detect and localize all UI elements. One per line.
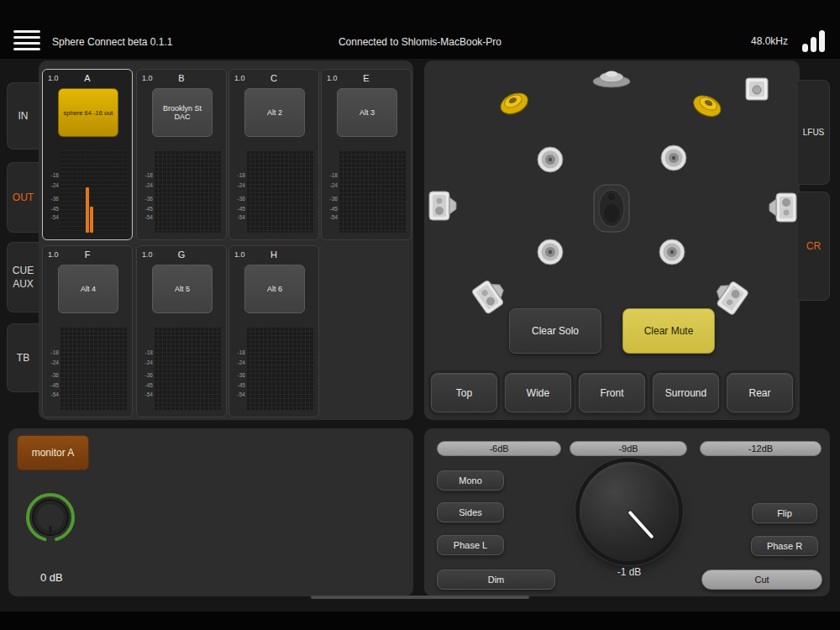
main-volume-readout: -1 dB xyxy=(580,566,679,578)
meter-scale-label: -18 xyxy=(238,349,245,354)
meter-channel-slot xyxy=(285,150,288,233)
side-left-speaker-icon[interactable] xyxy=(428,189,458,226)
output-card-f[interactable]: 1.0 F Alt 4 -18-24-36-45-54 xyxy=(42,245,133,417)
output-select-f[interactable]: Alt 4 xyxy=(58,265,118,313)
output-select-e[interactable]: Alt 3 xyxy=(337,88,397,137)
right-tab-cr[interactable]: CR xyxy=(798,192,830,301)
group-button-wide[interactable]: Wide xyxy=(505,373,571,412)
output-letter: G xyxy=(137,249,226,260)
audio-level-icon[interactable] xyxy=(800,29,827,52)
meter-channel-slot xyxy=(73,150,76,233)
output-meter-e: -18-24-36-45-54 xyxy=(327,150,406,233)
meter-level-fill xyxy=(86,187,89,233)
output-select-c[interactable]: Alt 2 xyxy=(244,88,305,137)
meter-scale-label: -24 xyxy=(145,182,153,188)
monitor-source-button[interactable]: monitor A xyxy=(17,435,89,470)
output-card-h[interactable]: 1.0 H Alt 6 -18-24-36-45-54 xyxy=(228,245,319,417)
meter-scale-label: -24 xyxy=(145,359,153,365)
output-select-g[interactable]: Alt 5 xyxy=(152,265,213,313)
output-meter-a: -18-24-36-45-54 xyxy=(48,150,127,233)
top-rear-left-speaker-icon[interactable] xyxy=(536,238,564,270)
top-front-left-speaker-icon[interactable] xyxy=(536,145,564,177)
dim-preset-6db[interactable]: -6dB xyxy=(437,441,561,456)
meter-channel-slot xyxy=(272,327,276,410)
cut-button[interactable]: Cut xyxy=(701,570,822,590)
meter-channel-slot xyxy=(86,327,89,410)
sidebar-tab-in[interactable]: IN xyxy=(7,82,39,150)
meter-scale-label: -18 xyxy=(238,172,245,178)
output-meter-b: -18-24-36-45-54 xyxy=(142,150,221,233)
meter-channel-slot xyxy=(60,150,64,233)
monitor-level-knob[interactable] xyxy=(22,489,79,546)
sidebar-tab-tb[interactable]: TB xyxy=(7,323,39,392)
phase-l-button[interactable]: Phase L xyxy=(437,535,504,555)
dim-preset-9db[interactable]: -9dB xyxy=(570,441,687,456)
output-card-c[interactable]: 1.0 C Alt 2 -18-24-36-45-54 xyxy=(228,69,319,240)
side-right-speaker-icon[interactable] xyxy=(768,187,798,224)
output-card-a[interactable]: 1.0 A sphere 64 -16 out -18-24-36-45-54 xyxy=(42,69,133,240)
meter-channel-slot xyxy=(201,150,204,233)
meter-channel-slot xyxy=(344,150,347,233)
group-button-front[interactable]: Front xyxy=(579,373,645,412)
top-rear-right-speaker-icon[interactable] xyxy=(658,238,686,270)
sides-button[interactable]: Sides xyxy=(437,502,504,522)
meter-channel-slot xyxy=(123,327,127,410)
meter-scale-label: -36 xyxy=(145,195,153,201)
wide-right-speaker-icon[interactable] xyxy=(683,85,730,129)
dim-preset-12db[interactable]: -12dB xyxy=(700,441,822,456)
flip-button[interactable]: Flip xyxy=(752,503,817,523)
sidebar-tab-out[interactable]: OUT xyxy=(7,162,39,233)
meter-channel-slot xyxy=(302,150,305,233)
meter-channel-slot xyxy=(94,150,97,233)
monitor-level-readout: 0 dB xyxy=(40,571,63,584)
meter-scale: -18-24-36-45-54 xyxy=(142,150,154,233)
clear-solo-button[interactable]: Clear Solo xyxy=(509,308,601,354)
clear-mute-button[interactable]: Clear Mute xyxy=(622,308,715,354)
right-tab-lfus[interactable]: LFUS xyxy=(798,80,830,185)
bottom-scroll-handle[interactable] xyxy=(311,596,529,599)
meter-channel-slot xyxy=(209,327,213,410)
sidebar-tab-out-label: OUT xyxy=(13,192,34,203)
main-volume-knob[interactable] xyxy=(580,462,679,561)
meter-channel-slot xyxy=(268,150,271,233)
meter-channel-slot xyxy=(306,327,309,410)
rear-left-speaker-icon[interactable] xyxy=(469,273,515,321)
rear-right-speaker-icon[interactable] xyxy=(708,271,754,319)
group-button-top[interactable]: Top xyxy=(431,373,497,412)
mono-button[interactable]: Mono xyxy=(437,470,504,491)
center-speaker-icon[interactable] xyxy=(590,182,633,238)
top-front-right-speaker-icon[interactable] xyxy=(659,144,688,176)
meter-channel-slot xyxy=(285,327,288,410)
meter-channel-slot xyxy=(209,150,213,233)
meter-scale-label: -18 xyxy=(51,349,59,354)
phase-r-button[interactable]: Phase R xyxy=(751,536,818,556)
output-card-e[interactable]: 1.0 E Alt 3 -18-24-36-45-54 xyxy=(321,69,412,240)
meter-scale-label: -45 xyxy=(330,205,338,211)
output-card-g[interactable]: 1.0 G Alt 5 -18-24-36-45-54 xyxy=(136,245,227,417)
sidebar-tab-cue-aux[interactable]: CUE AUX xyxy=(7,242,39,312)
output-select-h[interactable]: Alt 6 xyxy=(244,265,305,313)
meter-channel-slot xyxy=(60,327,64,410)
meter-scale-label: -18 xyxy=(145,349,153,354)
meter-channel-slot xyxy=(111,327,114,410)
group-button-surround[interactable]: Surround xyxy=(653,373,719,412)
bottom-bar xyxy=(0,612,840,630)
group-button-rear[interactable]: Rear xyxy=(727,373,793,412)
output-meter-g: -18-24-36-45-54 xyxy=(142,327,221,410)
output-select-b[interactable]: Brooklyn St DAC xyxy=(152,88,213,137)
top-center-speaker-icon[interactable] xyxy=(591,67,632,92)
meter-channel-slot xyxy=(155,327,158,410)
output-card-b[interactable]: 1.0 B Brooklyn St DAC -18-24-36-45-54 xyxy=(136,69,227,240)
meter-channel-slot xyxy=(293,327,297,410)
meter-scale-label: -18 xyxy=(145,172,153,178)
wide-left-speaker-icon[interactable] xyxy=(491,82,538,127)
meter-channel-slot xyxy=(381,150,385,233)
output-select-a[interactable]: sphere 64 -16 out xyxy=(58,88,118,137)
meter-channel-slot xyxy=(302,327,305,410)
top-right-box-speaker-icon[interactable] xyxy=(744,76,769,105)
meter-channel-slot xyxy=(94,327,97,410)
dim-button[interactable]: Dim xyxy=(437,570,555,590)
meter-channels xyxy=(339,150,406,233)
meter-channel-slot xyxy=(260,150,263,233)
meter-channel-slot xyxy=(163,150,166,233)
